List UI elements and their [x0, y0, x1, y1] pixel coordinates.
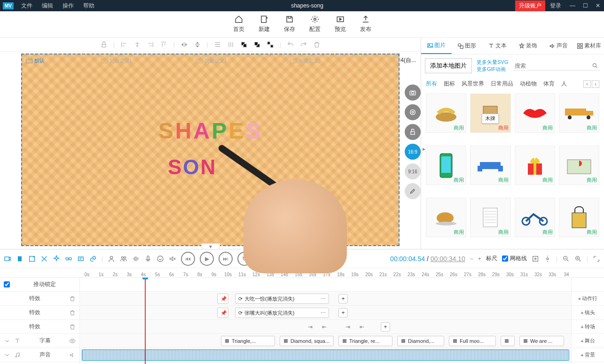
prev-button[interactable]: ⏮ [181, 252, 195, 266]
more-gif-link[interactable]: 更多GIF动画 [477, 66, 508, 73]
ratio-16-9-button[interactable]: 16:9 [405, 144, 421, 160]
upgrade-button[interactable]: 升级账户 [515, 0, 545, 11]
text-clip[interactable]: We are ... [519, 336, 564, 346]
asset-search[interactable] [513, 62, 600, 70]
tab-sound[interactable]: 声音 [543, 38, 573, 54]
zoom-out-icon[interactable]: − [470, 256, 473, 262]
export-icon[interactable] [532, 255, 539, 263]
people-icon[interactable] [120, 255, 127, 263]
slide-marker-default[interactable]: 默认 [26, 57, 45, 64]
marker-icon[interactable] [16, 255, 24, 263]
login-button[interactable]: 登录 [545, 0, 566, 12]
asset-motorcycle[interactable]: 商用 [515, 198, 555, 237]
menu-action[interactable]: 操作 [58, 0, 78, 12]
add-local-image-button[interactable]: 添加本地图片 [425, 58, 472, 73]
maximize-icon[interactable]: ☐ [579, 0, 592, 11]
eye-icon[interactable] [69, 338, 76, 344]
more-svg-link[interactable]: 更多矢量SVG [477, 59, 508, 66]
next-button[interactable]: ⏭ [219, 252, 233, 266]
asset-phone[interactable]: 商用 [426, 146, 466, 185]
play-button[interactable]: ▶ [200, 252, 214, 266]
audio-bars-icon[interactable] [132, 255, 140, 263]
align-right-icon[interactable] [147, 41, 154, 48]
text-clip[interactable]: Triangle, re... [338, 336, 392, 346]
asset-lips[interactable]: 商用 [515, 93, 555, 133]
asset-chicken[interactable]: 商用 [426, 198, 466, 237]
asset-gift[interactable]: 商用 [515, 146, 555, 185]
align-top-icon[interactable] [160, 41, 167, 48]
add-stage-button[interactable]: + 舞台 [572, 334, 604, 348]
lock-row[interactable]: 推动锁定 [0, 278, 79, 292]
menu-file[interactable]: 文件 [16, 0, 37, 12]
canvas-pulltab[interactable]: ▾ [201, 243, 220, 250]
target-icon[interactable] [405, 104, 421, 120]
cat-animal[interactable]: 动植物 [520, 80, 537, 88]
chevron-down-icon[interactable] [4, 338, 10, 344]
arrow-in-icon[interactable]: ⇥ [306, 322, 315, 332]
asset-paper[interactable]: 商用 [470, 198, 510, 237]
delete-icon[interactable] [313, 41, 321, 48]
trash-icon[interactable] [69, 324, 76, 330]
link-icon[interactable] [89, 255, 97, 263]
lock-icon[interactable] [100, 41, 108, 48]
close-icon[interactable]: ✕ [592, 0, 604, 11]
volume-icon[interactable] [69, 352, 76, 358]
panel-collapse-icon[interactable]: ▸ [423, 146, 425, 152]
cut-icon[interactable] [28, 255, 36, 263]
menu-edit[interactable]: 编辑 [37, 0, 58, 12]
text-track-icon[interactable] [77, 255, 85, 263]
cat-people[interactable]: 人 [561, 80, 567, 88]
expand-icon[interactable] [593, 255, 600, 263]
camera-icon[interactable] [405, 85, 421, 101]
asset-truck[interactable]: 商用 [559, 93, 599, 133]
add-camera-button[interactable]: + 镜头 [572, 306, 604, 320]
new-button[interactable]: 新建 [259, 15, 270, 33]
slide-marker-1[interactable]: 1(自定义) [101, 57, 131, 64]
group-icon[interactable] [267, 41, 274, 48]
dist-h-icon[interactable] [214, 41, 221, 48]
preview-button[interactable]: 预览 [335, 15, 346, 33]
asset-noodles[interactable]: 商用 [426, 93, 466, 133]
text-clip[interactable] [501, 336, 515, 346]
grid-checkbox[interactable]: 网格线 [502, 255, 527, 263]
save-button[interactable]: 保存 [284, 15, 295, 33]
ratio-9-16-button[interactable]: 9:16 [405, 163, 421, 179]
cat-icons[interactable]: 图标 [444, 80, 455, 88]
slide-marker-4[interactable]: 4(自... [394, 56, 416, 64]
asset-sofa[interactable]: 商用 [470, 146, 510, 185]
add-transition-button[interactable]: + 转场 [572, 320, 604, 334]
tab-shape[interactable]: 图形 [452, 38, 482, 54]
settings-icon[interactable] [544, 255, 551, 263]
send-back-icon[interactable] [253, 41, 261, 48]
minimize-icon[interactable]: — [566, 0, 579, 11]
effect-clip-1[interactable]: ⟳ 大吃一惊(播放完消失) ⋯ [235, 294, 329, 304]
publish-button[interactable]: 发布 [360, 15, 371, 33]
trash-icon[interactable] [69, 310, 76, 316]
menu-help[interactable]: 帮助 [78, 0, 99, 12]
dist-v-icon[interactable] [227, 41, 235, 48]
effect-clip-2[interactable]: ⟳ 张嘴大叫(播放完消失) ⋯ [235, 308, 329, 318]
arrow-out-icon[interactable]: ⇤ [357, 322, 367, 332]
text-clip[interactable]: Full moo... [449, 336, 496, 346]
cat-all[interactable]: 所有 [426, 80, 437, 88]
chevron-down-icon[interactable] [4, 352, 10, 358]
add-bg-button[interactable]: + 背景 [572, 348, 604, 362]
asset-map[interactable]: 商用 [559, 146, 599, 185]
zoomin2-icon[interactable] [574, 255, 582, 263]
trash-icon[interactable] [69, 295, 76, 302]
edit-icon[interactable] [405, 183, 421, 199]
person-icon[interactable] [108, 255, 115, 263]
text-clip[interactable]: Diamond,... [397, 336, 444, 346]
voice-icon[interactable] [157, 255, 164, 263]
slide-marker-2[interactable]: 2(自定义) [196, 57, 226, 64]
zoom-in-icon[interactable]: + [478, 256, 481, 262]
tab-library[interactable]: 素材库 [573, 38, 604, 54]
add-action-button[interactable]: + 动作行 [572, 292, 604, 306]
unlock-icon[interactable] [405, 124, 421, 140]
home-button[interactable]: 首页 [233, 15, 244, 33]
arrow-in-icon[interactable]: ⇥ [343, 322, 353, 332]
cat-scenery[interactable]: 风景世界 [462, 80, 484, 88]
asset-bag[interactable]: 商用 [559, 198, 599, 237]
search-input[interactable] [515, 62, 592, 69]
flip-h-icon[interactable] [180, 41, 188, 48]
